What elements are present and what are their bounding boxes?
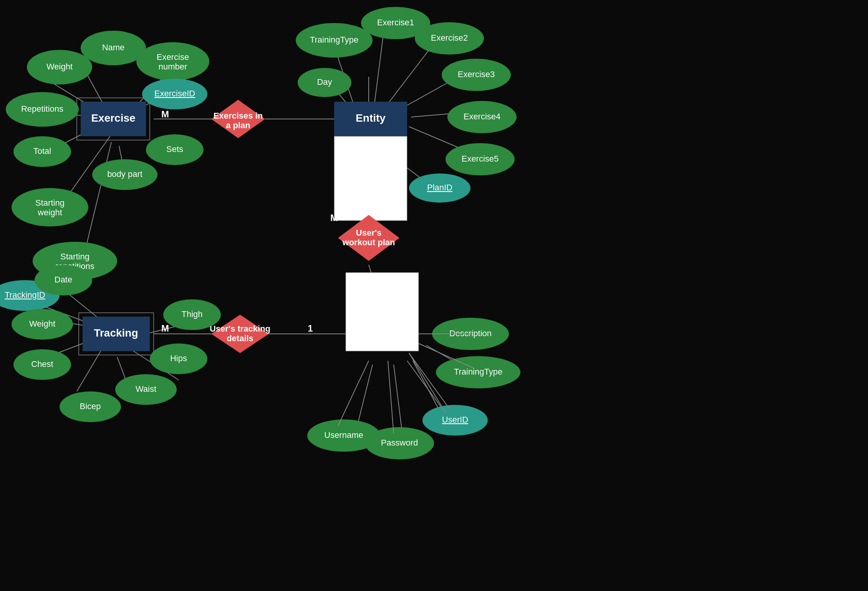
attr-hips-text: Hips [170, 353, 187, 363]
workout-plan-label-2: workout plan [342, 238, 395, 247]
svg-line-46 [388, 361, 394, 434]
attr-chest-text: Chest [31, 359, 53, 369]
attr-bicep-text: Bicep [80, 401, 101, 411]
attr-starting-reps-1: Starting [60, 252, 89, 261]
attr-thigh-text: Thigh [181, 309, 202, 319]
attr-waist-text: Waist [136, 384, 156, 394]
attr-weight-exercise-text: Weight [46, 62, 73, 71]
attr-username-text: Username [324, 430, 363, 440]
entity-m-cardinality: M [342, 144, 350, 154]
svg-line-26 [77, 349, 102, 391]
attr-sets-text: Sets [166, 144, 183, 154]
exercise-entity-label: Exercise [91, 112, 135, 124]
attr-weight-tracking-text: Weight [29, 319, 55, 329]
attr-exercise5-text: Exercise5 [462, 154, 499, 163]
attr-starting-weight-2: weight [37, 208, 62, 217]
attr-exercise-number-1: Exercise [157, 52, 189, 62]
exercises-plan-label-1: Exercises in [214, 111, 263, 121]
attr-starting-weight-1: Starting [35, 198, 65, 208]
attr-body-part-text: body part [107, 169, 142, 179]
workout-m-label: M [330, 213, 338, 223]
entity-label: Entity [356, 112, 386, 124]
workout-plan-label-1: User's [356, 228, 381, 238]
tracking-label: Tracking [94, 327, 138, 339]
exercise-m-label: M [161, 109, 169, 119]
attr-exercise-id-text: ExerciseID [154, 89, 195, 98]
attr-repetitions-text: Repetitions [21, 104, 63, 114]
svg-line-14 [374, 29, 384, 104]
tracking-1-label: 1 [308, 323, 313, 333]
attr-training-type-user-text: TrainingType [454, 367, 502, 376]
tracking-label-2: details [227, 333, 253, 343]
er-diagram: Exercise Entity M Tracking User 1 Exerci… [0, 0, 868, 591]
attr-exercise4-text: Exercise4 [464, 112, 501, 121]
attr-day-text: Day [317, 77, 332, 87]
attr-password-text: Password [381, 438, 418, 447]
tracking-m-label: M [161, 323, 169, 333]
attr-exercise3-text: Exercise3 [458, 69, 495, 79]
attr-training-type-entity-text: TrainingType [310, 35, 358, 45]
attr-exercise1-text: Exercise1 [377, 18, 414, 27]
attr-description-text: Description [449, 329, 492, 338]
exercises-plan-label-2: a plan [226, 121, 250, 130]
attr-plan-id-text: PlanID [427, 183, 452, 192]
attr-total-text: Total [33, 146, 51, 156]
svg-line-45 [409, 353, 446, 413]
attr-user-id-text: UserID [442, 415, 468, 424]
attr-date-text: Date [55, 275, 72, 284]
svg-line-47 [338, 361, 369, 426]
user-1-cardinality-top: 1 [354, 280, 359, 290]
workout-1-label: 1 [401, 289, 406, 300]
attr-tracking-id-text: TrackingID [5, 290, 45, 300]
attr-exercise2-text: Exercise2 [431, 33, 468, 43]
attr-name-text: Name [102, 43, 125, 52]
attr-exercise-number-2: number [159, 62, 187, 71]
tracking-label-1: User's tracking [210, 324, 270, 333]
